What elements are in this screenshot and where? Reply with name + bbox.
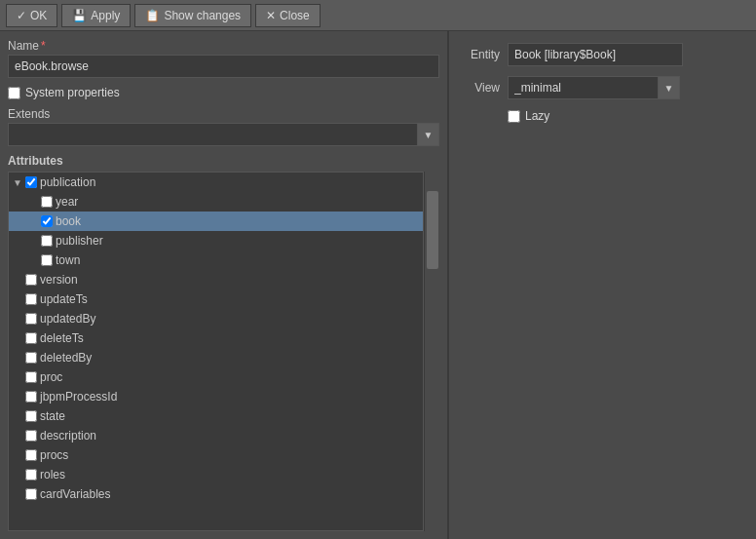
checkbox-deletedBy[interactable] bbox=[25, 352, 37, 364]
system-properties-checkbox[interactable] bbox=[8, 87, 20, 99]
checkbox-cardVariables[interactable] bbox=[25, 488, 37, 500]
system-properties-label: System properties bbox=[25, 86, 120, 99]
view-select-wrapper: ▼ bbox=[508, 76, 680, 99]
label-description: description bbox=[40, 429, 96, 443]
label-year: year bbox=[56, 195, 78, 209]
label-book: book bbox=[56, 214, 81, 228]
label-cardVariables: cardVariables bbox=[40, 487, 110, 501]
checkbox-publisher[interactable] bbox=[41, 235, 53, 247]
attributes-title: Attributes bbox=[8, 154, 439, 168]
apply-icon: 💾 bbox=[72, 9, 87, 22]
ok-button[interactable]: ✓ OK bbox=[6, 4, 57, 27]
label-state: state bbox=[40, 409, 65, 423]
checkbox-proc[interactable] bbox=[25, 371, 37, 383]
left-panel: Name* System properties Extends ▼ Attrib… bbox=[0, 31, 448, 539]
changes-icon: 📋 bbox=[145, 9, 160, 22]
label-updatedBy: updatedBy bbox=[40, 312, 95, 326]
checkbox-town[interactable] bbox=[41, 254, 53, 266]
close-button[interactable]: ✕ Close bbox=[255, 4, 321, 27]
lazy-row: Lazy bbox=[461, 109, 744, 123]
label-roles: roles bbox=[40, 468, 65, 481]
tree-item-updateTs[interactable]: updateTs bbox=[9, 289, 423, 309]
entity-input[interactable] bbox=[508, 43, 683, 66]
tree-item-year[interactable]: year bbox=[9, 192, 423, 212]
tree-item-updatedBy[interactable]: updatedBy bbox=[9, 309, 423, 328]
attributes-tree[interactable]: ▼publicationyearbookpublishertownversion… bbox=[8, 172, 424, 531]
view-input[interactable] bbox=[508, 76, 659, 99]
view-dropdown-arrow[interactable]: ▼ bbox=[659, 76, 680, 99]
attributes-tree-container: ▼publicationyearbookpublishertownversion… bbox=[8, 172, 439, 531]
system-properties-row: System properties bbox=[8, 86, 439, 99]
checkbox-state[interactable] bbox=[25, 410, 37, 422]
right-panel: Entity View ▼ Lazy bbox=[449, 31, 756, 539]
entity-label: Entity bbox=[461, 48, 500, 61]
check-icon: ✓ bbox=[17, 9, 26, 22]
lazy-label: Lazy bbox=[525, 109, 549, 123]
tree-item-deletedBy[interactable]: deletedBy bbox=[9, 348, 423, 367]
tree-item-version[interactable]: version bbox=[9, 270, 423, 289]
tree-item-state[interactable]: state bbox=[9, 406, 423, 426]
name-label: Name* bbox=[8, 39, 439, 53]
entity-row: Entity bbox=[461, 43, 744, 66]
label-publisher: publisher bbox=[56, 234, 103, 248]
tree-item-publisher[interactable]: publisher bbox=[9, 231, 423, 250]
label-updateTs: updateTs bbox=[40, 292, 88, 306]
label-proc: proc bbox=[40, 370, 62, 384]
name-input[interactable] bbox=[8, 55, 439, 78]
lazy-checkbox-row: Lazy bbox=[508, 109, 549, 123]
toolbar: ✓ OK 💾 Apply 📋 Show changes ✕ Close bbox=[0, 0, 756, 31]
tree-item-town[interactable]: town bbox=[9, 250, 423, 270]
label-deleteTs: deleteTs bbox=[40, 331, 84, 345]
checkbox-book[interactable] bbox=[41, 215, 53, 227]
checkbox-updatedBy[interactable] bbox=[25, 313, 37, 325]
extends-row: Extends ▼ bbox=[8, 107, 439, 146]
main-content: Name* System properties Extends ▼ Attrib… bbox=[0, 31, 756, 539]
tree-item-deleteTs[interactable]: deleteTs bbox=[9, 328, 423, 348]
label-version: version bbox=[40, 273, 78, 287]
checkbox-deleteTs[interactable] bbox=[25, 332, 37, 344]
checkbox-roles[interactable] bbox=[25, 469, 37, 481]
tree-item-roles[interactable]: roles bbox=[9, 465, 423, 484]
scrollbar[interactable] bbox=[424, 172, 439, 531]
view-label: View bbox=[461, 81, 500, 95]
label-deletedBy: deletedBy bbox=[40, 351, 92, 365]
scroll-thumb[interactable] bbox=[427, 191, 438, 269]
label-town: town bbox=[56, 253, 80, 267]
lazy-checkbox[interactable] bbox=[508, 110, 520, 123]
tree-item-proc[interactable]: proc bbox=[9, 367, 423, 387]
tree-item-book[interactable]: book bbox=[9, 212, 423, 231]
label-procs: procs bbox=[40, 448, 68, 462]
close-icon: ✕ bbox=[266, 9, 276, 22]
tree-item-procs[interactable]: procs bbox=[9, 445, 423, 465]
checkbox-procs[interactable] bbox=[25, 449, 37, 461]
attributes-section: Attributes ▼publicationyearbookpublisher… bbox=[8, 154, 439, 531]
apply-button[interactable]: 💾 Apply bbox=[61, 4, 131, 27]
checkbox-jbpmProcessId[interactable] bbox=[25, 391, 37, 403]
extends-dropdown-arrow[interactable]: ▼ bbox=[418, 123, 439, 146]
extends-input[interactable] bbox=[8, 123, 418, 146]
view-row: View ▼ bbox=[461, 76, 744, 99]
checkbox-updateTs[interactable] bbox=[25, 293, 37, 305]
label-jbpmProcessId: jbpmProcessId bbox=[40, 390, 117, 404]
name-field-row: Name* bbox=[8, 39, 439, 78]
extends-label: Extends bbox=[8, 107, 439, 121]
checkbox-year[interactable] bbox=[41, 196, 53, 208]
tree-item-publication[interactable]: ▼publication bbox=[9, 173, 423, 192]
show-changes-button[interactable]: 📋 Show changes bbox=[134, 4, 251, 27]
tree-item-cardVariables[interactable]: cardVariables bbox=[9, 484, 423, 504]
extends-select-wrapper: ▼ bbox=[8, 123, 439, 146]
checkbox-publication[interactable] bbox=[25, 176, 37, 188]
label-publication: publication bbox=[40, 175, 95, 189]
checkbox-version[interactable] bbox=[25, 274, 37, 286]
tree-item-jbpmProcessId[interactable]: jbpmProcessId bbox=[9, 387, 423, 406]
expand-icon-publication[interactable]: ▼ bbox=[13, 177, 22, 188]
checkbox-description[interactable] bbox=[25, 430, 37, 442]
tree-item-description[interactable]: description bbox=[9, 426, 423, 445]
required-indicator: * bbox=[41, 39, 46, 53]
